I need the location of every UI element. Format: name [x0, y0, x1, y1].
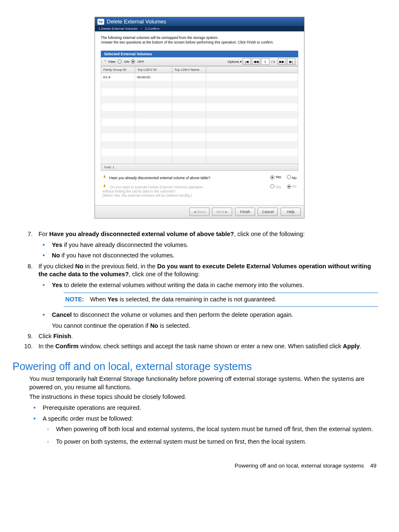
page-number: 49	[370, 463, 376, 469]
list-item: For Have you already disconnected extern…	[34, 230, 378, 260]
table-row	[101, 156, 298, 164]
q2-yes-radio	[270, 184, 274, 188]
table-row	[101, 96, 298, 103]
filter-off-radio[interactable]	[131, 59, 135, 64]
dialog-button-bar: ◀ Back Next ▶ Finish Cancel Help	[95, 205, 304, 218]
list-item: Click Finish.	[34, 332, 378, 341]
delete-external-volumes-dialog: hp Delete External Volumes 1.Delete Exte…	[95, 17, 304, 218]
warning-icon	[102, 184, 107, 188]
note-box: NOTE: When Yes is selected, the data rem…	[64, 293, 378, 307]
col-parity-group-id[interactable]: Parity Group ID	[101, 67, 135, 73]
filter-on-radio[interactable]	[118, 59, 122, 64]
breadcrumb: 1.Delete External Volumes > 2.Confirm	[95, 26, 304, 31]
question-disconnected: Have you already disconnected external v…	[101, 175, 298, 180]
dialog-title: Delete External Volumes	[107, 18, 166, 25]
options-dropdown[interactable]: Options ▾	[228, 60, 242, 64]
list-item: To power on both systems, the external s…	[54, 438, 378, 446]
hp-logo-icon: hp	[97, 19, 104, 25]
list-item: No if you have not disconnected the volu…	[50, 252, 378, 260]
page-first-button[interactable]: |◀	[243, 58, 251, 65]
table-row	[101, 103, 298, 111]
footer-text: Powering off and on local, external stor…	[235, 463, 364, 469]
table-toolbar: ⌃ Filter ON OFF Options ▾ |◀ ◀◀ 1 / 1 ▶▶…	[101, 57, 298, 66]
breadcrumb-step-2: 2.Confirm	[145, 27, 159, 31]
table-row	[101, 88, 298, 96]
list-item: A specific order must be followed: When …	[41, 415, 378, 446]
table-total-label: Total: 1	[101, 164, 298, 171]
table-row	[101, 134, 298, 141]
list-item: Yes if you have already disconnected the…	[50, 241, 378, 249]
table-row[interactable]: E1-600:00:0C	[101, 73, 298, 81]
list-item: In the Confirm window, check settings an…	[34, 342, 378, 351]
collapse-icon[interactable]: ⌃	[104, 60, 107, 64]
list-item: Cancel to disconnect the volume or volum…	[50, 311, 378, 330]
filter-off-label: OFF	[138, 60, 144, 64]
note-label: NOTE:	[65, 296, 84, 303]
back-button: ◀ Back	[189, 208, 210, 216]
next-button: Next ▶	[212, 208, 232, 216]
list-item: If you clicked No in the previous field,…	[34, 262, 378, 330]
filter-on-label: ON	[124, 60, 129, 64]
page-last-button[interactable]: ▶|	[287, 58, 295, 65]
table-row	[101, 141, 298, 149]
table-row	[101, 126, 298, 134]
section-heading: Powering off and on local, external stor…	[13, 360, 378, 373]
volumes-table: Parity Group ID Top LDEV ID Top LDEV Nam…	[101, 66, 298, 164]
breadcrumb-separator-icon: >	[141, 27, 143, 31]
list-item: Prerequisite operations are required.	[41, 404, 378, 412]
filter-label: Filter	[108, 60, 116, 64]
list-item: When powering off both local and externa…	[54, 425, 378, 434]
breadcrumb-step-1: 1.Delete External Volumes	[98, 27, 138, 31]
q1-no-radio[interactable]	[287, 175, 291, 179]
selected-volumes-header: Selected External Volumes	[101, 51, 298, 57]
col-top-ldev-id[interactable]: Top LDEV ID	[135, 67, 172, 73]
warning-icon	[102, 175, 107, 179]
page-prev-button[interactable]: ◀◀	[252, 58, 260, 65]
chevron-down-icon: ▾	[240, 60, 242, 64]
page-number-input[interactable]: 1	[261, 58, 269, 65]
help-button[interactable]: Help	[281, 208, 301, 216]
body-paragraph: You must temporarily halt External Stora…	[29, 375, 378, 391]
finish-button[interactable]: Finish	[235, 208, 255, 216]
col-spacer	[206, 67, 298, 73]
table-row	[101, 118, 298, 126]
q2-no-radio	[287, 185, 291, 189]
table-row	[101, 111, 298, 118]
table-row	[101, 149, 298, 156]
question-force-delete: Do you want to execute Delete External V…	[101, 184, 298, 198]
procedure-list: For Have you already disconnected extern…	[21, 230, 378, 350]
list-item: Yes to delete the external volumes witho…	[50, 281, 378, 307]
dialog-intro-text: The following external volumes will be u…	[101, 36, 298, 45]
body-paragraph: The instructions in these topics should …	[29, 393, 378, 401]
cancel-button[interactable]: Cancel	[258, 208, 278, 216]
page-total-label: / 1	[271, 60, 275, 64]
page-next-button[interactable]: ▶▶	[278, 58, 286, 65]
col-top-ldev-name[interactable]: Top LDEV Name	[172, 67, 206, 73]
q1-yes-radio[interactable]	[270, 175, 274, 180]
dialog-titlebar: hp Delete External Volumes	[95, 17, 304, 26]
page-footer: Powering off and on local, external stor…	[21, 463, 378, 469]
table-row	[101, 81, 298, 88]
